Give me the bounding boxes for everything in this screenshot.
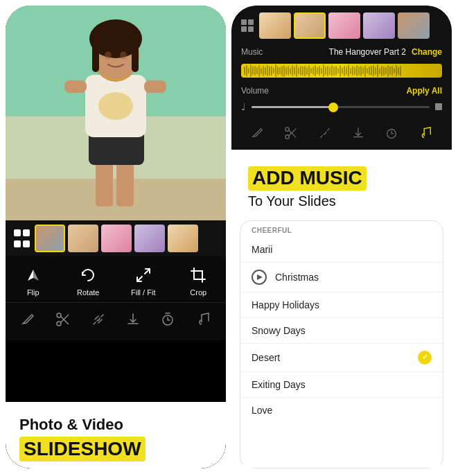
volume-slider-track[interactable] xyxy=(252,106,430,108)
list-item[interactable]: Happy Holidays xyxy=(240,292,443,318)
right-thumb-2[interactable] xyxy=(294,12,326,39)
waveform-container xyxy=(231,60,452,82)
svg-rect-15 xyxy=(132,37,139,72)
rotate-icon xyxy=(78,265,98,286)
right-top-area: Music The Hangover Part 2 Change xyxy=(231,6,452,150)
grid-view-icon[interactable] xyxy=(11,228,32,249)
right-thumb-3[interactable] xyxy=(328,12,360,39)
svg-line-20 xyxy=(145,269,150,274)
thumbnail-row xyxy=(35,225,220,252)
change-button[interactable]: Change xyxy=(412,47,442,57)
photo-area xyxy=(6,6,226,220)
music-item-name: Love xyxy=(252,405,432,416)
music-icon[interactable] xyxy=(193,310,213,329)
thumbnail-4[interactable] xyxy=(134,225,165,252)
music-bar: Music The Hangover Part 2 Change xyxy=(231,43,452,60)
link-icon[interactable] xyxy=(89,310,108,329)
right-edit-icon[interactable] xyxy=(248,123,267,143)
scissors-icon[interactable] xyxy=(53,310,73,329)
svg-rect-14 xyxy=(92,37,99,72)
right-thumb-1[interactable] xyxy=(259,12,291,39)
fill-fit-label: Fill / Fit xyxy=(131,288,155,297)
flip-control[interactable]: Flip xyxy=(14,265,52,297)
svg-line-25 xyxy=(61,317,69,325)
right-download-icon[interactable] xyxy=(349,123,368,143)
thumbnail-3[interactable] xyxy=(101,225,132,252)
svg-marker-18 xyxy=(28,270,33,281)
right-bottom-icons xyxy=(231,118,452,150)
svg-rect-5 xyxy=(116,158,134,207)
left-phone: Flip Rotate xyxy=(6,6,226,468)
slider-thumb[interactable] xyxy=(328,103,338,112)
list-item[interactable]: Marii xyxy=(240,237,443,263)
rotate-label: Rotate xyxy=(77,288,99,297)
thumbnail-toolbar xyxy=(6,220,226,256)
music-item-name: Happy Holidays xyxy=(252,299,432,310)
timer-icon[interactable] xyxy=(158,310,177,329)
svg-line-24 xyxy=(61,315,69,323)
flip-icon xyxy=(23,265,44,286)
crop-icon xyxy=(188,265,209,286)
add-music-subtitle: To Your Slides xyxy=(248,193,435,209)
svg-point-16 xyxy=(105,51,112,60)
list-item[interactable]: Christmas xyxy=(240,263,443,292)
music-list-container: CHEERFUL Marii Christmas Happy Holidays … xyxy=(240,220,443,468)
right-thumb-5[interactable] xyxy=(398,12,430,39)
list-item[interactable]: Snowy Days xyxy=(240,318,443,344)
thumbnail-1[interactable] xyxy=(35,225,65,252)
rotate-control[interactable]: Rotate xyxy=(69,265,107,297)
bottom-text-area: Photo & Video SLIDESHOW xyxy=(6,402,226,468)
list-item[interactable]: Exiting Days xyxy=(240,372,443,398)
svg-rect-10 xyxy=(144,80,166,93)
right-timer-icon[interactable] xyxy=(382,123,401,143)
edit-controls: Flip Rotate xyxy=(6,256,226,302)
music-item-name: Desert xyxy=(252,352,418,363)
svg-point-17 xyxy=(120,51,127,60)
right-link-icon[interactable] xyxy=(315,123,335,143)
volume-slider-row: ♩ xyxy=(231,98,452,118)
flip-label: Flip xyxy=(27,288,39,297)
checkmark: ✓ xyxy=(422,353,428,362)
play-triangle-icon xyxy=(257,274,263,280)
add-music-highlight: ADD MUSIC xyxy=(248,166,367,191)
thumbnail-2[interactable] xyxy=(68,225,98,252)
right-phone: Music The Hangover Part 2 Change xyxy=(231,6,452,468)
svg-rect-3 xyxy=(6,179,226,220)
music-item-name: Snowy Days xyxy=(252,325,432,336)
list-item[interactable]: Love xyxy=(240,398,443,423)
download-icon[interactable] xyxy=(123,310,143,329)
svg-rect-4 xyxy=(96,158,113,207)
right-main-content: ADD MUSIC To Your Slides CHEERFUL Marii … xyxy=(231,150,452,468)
waveform[interactable] xyxy=(241,64,442,78)
music-item-name: Exiting Days xyxy=(252,379,432,390)
right-music-icon[interactable] xyxy=(416,123,435,143)
music-item-name: Christmas xyxy=(275,272,432,283)
fill-fit-control[interactable]: Fill / Fit xyxy=(124,265,162,297)
main-title: SLIDESHOW xyxy=(19,437,146,462)
apply-all-button[interactable]: Apply All xyxy=(406,86,442,96)
music-category: CHEERFUL xyxy=(240,221,443,237)
person-photo xyxy=(6,6,226,220)
person-illustration xyxy=(6,6,226,220)
right-grid-icon[interactable] xyxy=(238,17,256,35)
list-item[interactable]: Desert ✓ xyxy=(240,344,443,372)
edit-icon[interactable] xyxy=(19,310,38,329)
svg-line-29 xyxy=(289,129,296,136)
bottom-toolbar xyxy=(6,302,226,340)
music-item-name: Marii xyxy=(252,244,432,255)
crop-control[interactable]: Crop xyxy=(179,265,218,297)
play-button[interactable] xyxy=(252,270,267,285)
add-music-title: ADD MUSIC xyxy=(248,166,435,191)
right-scissors-icon[interactable] xyxy=(281,123,301,143)
add-music-section: ADD MUSIC To Your Slides xyxy=(231,150,452,220)
left-screen: Flip Rotate xyxy=(6,6,226,402)
right-thumbnail-row xyxy=(231,6,452,43)
thumbnail-5[interactable] xyxy=(168,225,198,252)
music-track-title: The Hangover Part 2 xyxy=(268,47,406,57)
right-thumb-4[interactable] xyxy=(363,12,395,39)
svg-marker-19 xyxy=(33,270,39,281)
crop-label: Crop xyxy=(190,288,206,297)
check-circle-icon: ✓ xyxy=(418,351,432,365)
svg-line-30 xyxy=(289,130,296,137)
svg-rect-9 xyxy=(64,80,87,93)
